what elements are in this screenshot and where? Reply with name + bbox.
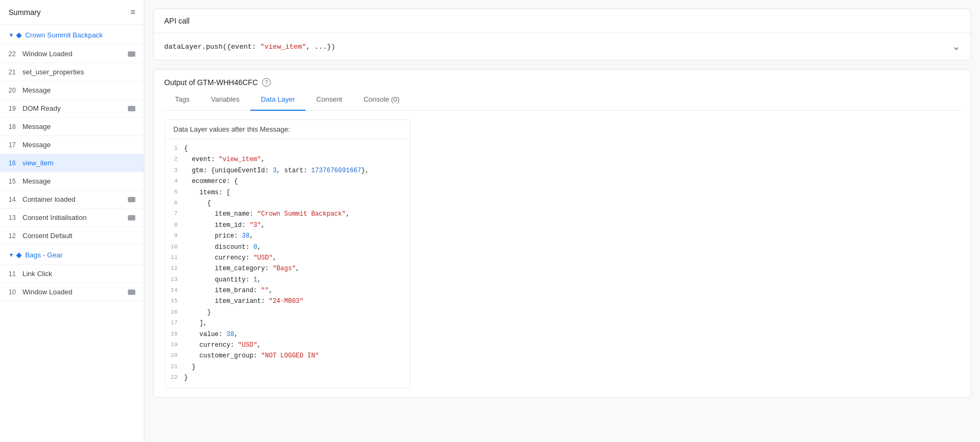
code-label: Data Layer values after this Message: [165,120,410,139]
line-content: } [184,362,196,372]
line-content: item_variant: "24-MB03" [184,296,303,307]
main-content: API call dataLayer.push({event: "view_it… [144,0,980,442]
line-number: 1 [167,143,184,154]
diamond-icon: ◆ [16,31,22,39]
sidebar-item[interactable]: 20 Message [0,81,144,100]
item-label: set_user_properties [22,68,135,76]
tab-tags[interactable]: Tags [164,89,200,111]
api-call-code: dataLayer.push({event: "view_item", ...}… [154,33,971,60]
line-content: discount: 0, [184,242,261,253]
line-number: 11 [167,253,184,263]
tab-console-0[interactable]: Console (0) [353,89,410,111]
table-row: 5 items: [ [165,187,410,198]
item-label: Message [22,141,135,149]
line-number: 6 [167,198,184,208]
line-content: item_category: "Bags", [184,263,300,274]
line-content: item_id: "3", [184,220,265,231]
item-number: 16 [9,159,22,167]
item-label: Consent Initialisation [22,214,126,222]
item-label: Consent Default [22,232,135,240]
line-content: price: 38, [184,231,254,241]
line-content: { [184,198,211,209]
line-number: 5 [167,187,184,197]
chevron-down-icon: ▼ [9,252,14,258]
sidebar-item[interactable]: 22 Window Loaded [0,45,144,63]
line-number: 2 [167,154,184,164]
expand-icon[interactable]: ⌄ [952,41,960,52]
sidebar-item[interactable]: 11 Link Click [0,265,144,283]
table-row: 7 item_name: "Crown Summit Backpack", [165,209,410,219]
table-row: 12 item_category: "Bags", [165,263,410,274]
line-number: 10 [167,242,184,252]
line-number: 12 [167,263,184,273]
table-row: 1 { [165,143,410,154]
line-content: item_brand: "", [184,285,273,296]
item-label: Message [22,123,135,131]
line-number: 3 [167,165,184,176]
line-content: gtm: {uniqueEventId: 3, start: 173767609… [184,165,369,176]
tab-consent[interactable]: Consent [305,89,353,111]
item-number: 14 [9,196,22,203]
line-content: value: 38, [184,329,238,340]
badge-icon [128,197,135,202]
group-label: Bags - Gear [25,251,63,259]
sidebar-item[interactable]: 17 Message [0,136,144,154]
item-number: 17 [9,141,22,149]
item-number: 20 [9,87,22,94]
sidebar-item[interactable]: 19 DOM Ready [0,100,144,118]
table-row: 19 currency: "USD", [165,340,410,350]
line-content: items: [ [184,187,230,198]
sidebar-item[interactable]: 16 view_item [0,154,144,172]
item-label: Message [22,177,135,185]
table-row: 22 } [165,372,410,383]
line-content: ecommerce: { [184,176,238,187]
help-icon[interactable]: ? [262,78,271,87]
table-row: 18 value: 38, [165,329,410,340]
line-content: ], [184,318,207,329]
line-number: 17 [167,318,184,328]
table-row: 8 item_id: "3", [165,220,410,231]
tab-variables[interactable]: Variables [200,89,250,111]
table-row: 13 quantity: 1, [165,275,410,285]
line-number: 7 [167,209,184,219]
output-section: Output of GTM-WHH46CFC ? TagsVariablesDa… [153,69,971,398]
tabs-bar: TagsVariablesData LayerConsentConsole (0… [164,89,960,111]
line-number: 14 [167,285,184,295]
sidebar-item[interactable]: 18 Message [0,118,144,136]
line-number: 19 [167,340,184,350]
sidebar-filter-icon[interactable]: ≡ [131,7,135,17]
table-row: 21 } [165,362,410,372]
sidebar-item[interactable]: 21 set_user_properties [0,63,144,81]
table-row: 10 discount: 0, [165,242,410,253]
table-row: 14 item_brand: "", [165,285,410,296]
sidebar-item[interactable]: 14 Container loaded [0,190,144,209]
line-content: currency: "USD", [184,340,261,350]
sidebar-header: Summary ≡ [0,0,144,25]
sidebar-item[interactable]: 13 Consent Initialisation [0,209,144,227]
line-number: 13 [167,275,184,285]
item-number: 22 [9,50,22,58]
sidebar-item[interactable]: 10 Window Loaded [0,283,144,301]
item-number: 13 [9,214,22,222]
sidebar-title: Summary [9,8,41,17]
sidebar-item[interactable]: 15 Message [0,172,144,190]
sidebar-group-header[interactable]: ▼ ◆ Crown Summit Backpack [0,25,144,45]
item-number: 10 [9,288,22,296]
output-header: Output of GTM-WHH46CFC ? [154,70,971,87]
table-row: 9 price: 38, [165,231,410,241]
item-number: 21 [9,68,22,76]
api-call-header: API call [154,9,971,33]
line-content: } [184,307,211,318]
sidebar-item[interactable]: 12 Consent Default [0,227,144,245]
sidebar-group-header[interactable]: ▼ ◆ Bags - Gear [0,245,144,265]
line-content: event: "view_item", [184,154,265,165]
line-content: quantity: 1, [184,275,261,285]
tab-data-layer[interactable]: Data Layer [250,89,306,111]
api-call-title: API call [164,17,189,25]
api-call-section: API call dataLayer.push({event: "view_it… [153,9,971,60]
output-title: Output of GTM-WHH46CFC [164,78,258,87]
chevron-down-icon: ▼ [9,32,14,38]
table-row: 11 currency: "USD", [165,253,410,263]
api-event: "view_item" [260,43,306,51]
table-row: 15 item_variant: "24-MB03" [165,296,410,307]
